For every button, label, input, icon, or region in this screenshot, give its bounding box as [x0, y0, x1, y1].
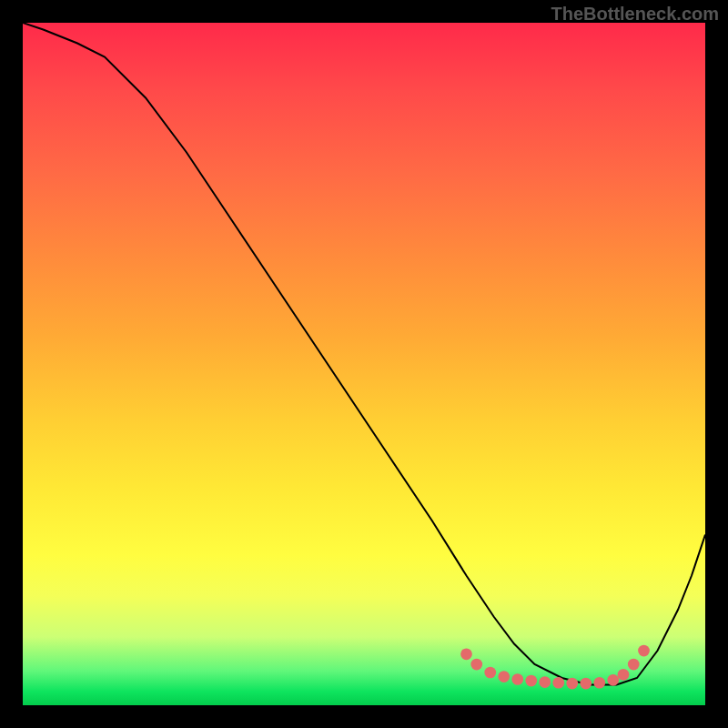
svg-point-11 [607, 674, 619, 686]
svg-point-14 [638, 645, 650, 657]
svg-point-7 [552, 677, 564, 689]
chart-svg [23, 23, 705, 705]
svg-point-12 [618, 669, 630, 681]
svg-point-5 [525, 675, 537, 687]
svg-point-4 [511, 673, 523, 685]
svg-point-0 [460, 648, 472, 660]
plot-area [23, 23, 705, 705]
svg-point-1 [470, 659, 482, 671]
svg-point-9 [580, 678, 592, 690]
chart-container: TheBottleneck.com [0, 0, 728, 728]
svg-point-8 [566, 678, 578, 690]
svg-point-13 [628, 659, 640, 671]
curve-line [23, 23, 705, 685]
svg-point-2 [484, 667, 496, 679]
svg-point-3 [498, 671, 510, 682]
watermark-text: TheBottleneck.com [551, 4, 719, 25]
svg-point-10 [593, 677, 605, 689]
svg-point-6 [539, 676, 551, 688]
